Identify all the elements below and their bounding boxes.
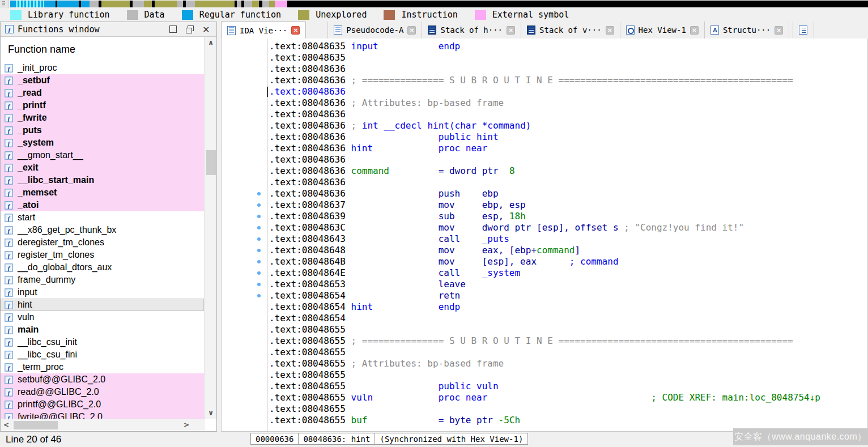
- band-segment[interactable]: [269, 1, 275, 7]
- tab-stack[interactable]: Stack of h···: [422, 22, 521, 39]
- function-row[interactable]: vuln: [1, 311, 204, 323]
- tab-structures[interactable]: Structu···: [705, 22, 789, 39]
- function-row[interactable]: input: [1, 286, 204, 299]
- band-segment[interactable]: [275, 1, 287, 7]
- scroll-down-icon[interactable]: ∨: [205, 407, 216, 419]
- disasm-line[interactable]: .text:08048635: [222, 52, 867, 63]
- function-row[interactable]: fwrite@@GLIBC_2.0: [1, 411, 204, 419]
- disasm-line[interactable]: .text:08048655 vuln proc near ; CODE XRE…: [222, 392, 867, 403]
- function-row[interactable]: __gmon_start__: [1, 149, 204, 161]
- horizontal-scroll-thumb[interactable]: [14, 421, 58, 429]
- vertical-scroll-thumb[interactable]: [206, 150, 216, 175]
- disasm-line[interactable]: .text:08048655: [222, 347, 867, 358]
- band-segment[interactable]: [44, 1, 56, 7]
- function-row[interactable]: _atoi: [1, 199, 204, 211]
- tab-close-icon[interactable]: [291, 26, 300, 35]
- function-row[interactable]: _setbuf: [1, 74, 204, 87]
- disasm-line[interactable]: .text:08048636: [222, 63, 867, 75]
- function-name-column-header[interactable]: Function name: [1, 37, 204, 62]
- band-segment[interactable]: [101, 1, 130, 7]
- function-row[interactable]: _memset: [1, 186, 204, 199]
- function-row[interactable]: _fwrite: [1, 112, 204, 124]
- disasm-line[interactable]: .text:0804864B mov [esp], eax ; command: [222, 256, 867, 267]
- disasm-line[interactable]: .text:08048636 push ebp: [222, 188, 867, 199]
- disasm-line[interactable]: .text:08048654 retn: [222, 290, 867, 301]
- tab-stack[interactable]: Stack of v···: [521, 22, 620, 39]
- function-row[interactable]: setbuf@@GLIBC_2.0: [1, 373, 204, 386]
- function-row[interactable]: _puts: [1, 124, 204, 137]
- function-row[interactable]: register_tm_clones: [1, 249, 204, 261]
- disasm-line[interactable]: .text:08048636 ; Attributes: bp-based fr…: [222, 97, 867, 109]
- function-row[interactable]: _term_proc: [1, 361, 204, 373]
- disasm-line[interactable]: .text:0804864E call _system: [222, 267, 867, 279]
- disasm-line[interactable]: .text:08048653 leave: [222, 279, 867, 290]
- tab-close-icon[interactable]: [606, 26, 614, 35]
- function-row[interactable]: __do_global_dtors_aux: [1, 261, 204, 274]
- band-segment[interactable]: [252, 1, 259, 7]
- function-row[interactable]: start: [1, 211, 204, 224]
- function-row[interactable]: __x86_get_pc_thunk_bx: [1, 224, 204, 236]
- function-row[interactable]: _read: [1, 87, 204, 99]
- disasm-line[interactable]: .text:08048636 public hint: [222, 131, 867, 143]
- disasm-line[interactable]: .text:08048655: [222, 369, 867, 381]
- band-segment[interactable]: [244, 1, 252, 7]
- band-segment[interactable]: [262, 1, 269, 7]
- tab-enums[interactable]: [793, 22, 814, 39]
- function-row[interactable]: _printf: [1, 99, 204, 112]
- function-row[interactable]: __libc_start_main: [1, 174, 204, 186]
- tab-pseudocode[interactable]: Pseudocode-A: [327, 22, 422, 39]
- vertical-scrollbar[interactable]: ∧ ∨: [204, 37, 216, 419]
- tab-ida-view[interactable]: IDA Vie···: [221, 22, 306, 39]
- disasm-line[interactable]: .text:08048637 mov ebp, esp: [222, 199, 867, 211]
- band-segment[interactable]: [287, 1, 868, 7]
- disasm-line[interactable]: .text:08048654: [222, 313, 867, 324]
- band-segment[interactable]: [177, 1, 183, 7]
- band-segment[interactable]: [10, 1, 16, 7]
- disasm-line[interactable]: .text:08048655 ; Attributes: bp-based fr…: [222, 358, 867, 369]
- disasm-line[interactable]: .text:08048655 ; =============== S U B R…: [222, 335, 867, 347]
- tab-close-icon[interactable]: [507, 26, 515, 35]
- function-row[interactable]: frame_dummy: [1, 274, 204, 286]
- band-segment[interactable]: [237, 1, 241, 7]
- close-button[interactable]: [202, 25, 210, 33]
- tab-hex[interactable]: Hex View-1: [620, 22, 705, 39]
- disasm-line[interactable]: .text:08048639 sub esp, 18h: [222, 211, 867, 222]
- disasm-line[interactable]: .text:0804863C mov dword ptr [esp], offs…: [222, 222, 867, 233]
- function-row[interactable]: main: [1, 323, 204, 336]
- maximize-button[interactable]: [169, 25, 177, 33]
- navigation-band-handle[interactable]: [0, 0, 9, 8]
- band-segment[interactable]: [144, 1, 152, 7]
- band-segment[interactable]: [16, 1, 44, 7]
- disasm-line[interactable]: .text:08048636 ; =============== S U B R…: [222, 75, 867, 86]
- function-row[interactable]: _system: [1, 137, 204, 149]
- scroll-up-icon[interactable]: ∧: [205, 37, 216, 48]
- tab-close-icon[interactable]: [775, 26, 783, 35]
- band-segment[interactable]: [195, 1, 235, 7]
- functions-window-titlebar[interactable]: Functions window: [1, 22, 216, 37]
- disasm-line[interactable]: .text:08048648 mov eax, [ebp+command]: [222, 245, 867, 256]
- disasm-line[interactable]: .text:08048655: [222, 324, 867, 335]
- function-row[interactable]: deregister_tm_clones: [1, 236, 204, 249]
- disasm-line[interactable]: .text:08048636: [222, 86, 867, 97]
- function-row[interactable]: printf@@GLIBC_2.0: [1, 398, 204, 411]
- disasm-line[interactable]: .text:08048655 buf = byte ptr -5Ch: [222, 415, 867, 426]
- disasm-line[interactable]: .text:08048636: [222, 154, 867, 165]
- ida-view[interactable]: .text:08048635 input endp.text:08048635.…: [221, 39, 868, 432]
- scroll-right-icon[interactable]: >: [181, 419, 192, 431]
- function-row[interactable]: hint: [1, 299, 204, 311]
- disasm-line[interactable]: .text:08048655 public vuln: [222, 381, 867, 392]
- band-segment[interactable]: [90, 1, 99, 7]
- band-segment[interactable]: [186, 1, 195, 7]
- disasm-line[interactable]: .text:08048636: [222, 109, 867, 120]
- band-segment[interactable]: [155, 1, 177, 7]
- disasm-line[interactable]: .text:08048636 command = dword ptr 8: [222, 165, 867, 177]
- scroll-left-icon[interactable]: <: [1, 419, 12, 431]
- navigation-band[interactable]: [0, 0, 868, 8]
- function-row[interactable]: _exit: [1, 161, 204, 174]
- function-row[interactable]: _init_proc: [1, 62, 204, 74]
- horizontal-scrollbar[interactable]: < >: [1, 419, 205, 431]
- disasm-line[interactable]: .text:08048654 hint endp: [222, 301, 867, 313]
- tab-close-icon[interactable]: [407, 26, 416, 35]
- disasm-line[interactable]: .text:08048636 hint proc near: [222, 143, 867, 154]
- disasm-line[interactable]: .text:08048643 call _puts: [222, 233, 867, 245]
